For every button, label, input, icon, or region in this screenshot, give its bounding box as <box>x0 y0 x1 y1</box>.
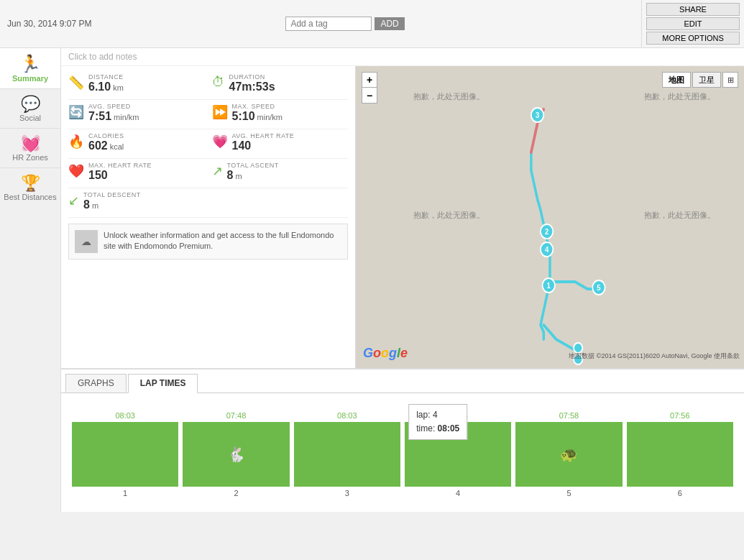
tooltip-lap-label: lap: <box>416 410 430 420</box>
distance-label: DISTANCE <box>88 73 124 81</box>
lap-time-label: 07:48 <box>226 411 247 420</box>
list-item: 07:58 🐢 5 <box>515 411 622 497</box>
map-notice-4: 抱歉，此处无图像。 <box>644 210 715 221</box>
lap-time-label: 07:56 <box>670 411 690 420</box>
svg-text:1: 1 <box>547 281 551 290</box>
sidebar-hr-label: HR Zones <box>12 153 48 162</box>
lap-time-label: 08:03 <box>115 411 135 420</box>
avg-hr-icon: 💗 <box>212 134 228 150</box>
avg-hr-value: 140 <box>232 139 252 152</box>
bottom-section: GRAPHS LAP TIMES lap: 4 time: 08:05 08:0… <box>61 368 744 512</box>
rabbit-icon: 🐇 <box>227 446 245 463</box>
total-ascent-unit: m <box>235 172 242 180</box>
tab-lap-times[interactable]: LAP TIMES <box>128 374 198 393</box>
avg-speed-stat: 🔄 AVG. SPEED 7:51 min/km <box>68 103 205 123</box>
max-hr-icon: ❤️ <box>68 163 84 179</box>
svg-text:5: 5 <box>597 283 601 292</box>
distance-stat: 📏 DISTANCE 6.10 km <box>68 73 205 93</box>
stats-panel: 📏 DISTANCE 6.10 km ⏱ DURATION <box>61 66 356 368</box>
social-icon: 💬 <box>21 95 40 114</box>
calories-value: 602 <box>88 139 108 152</box>
map-zoom-out-button[interactable]: − <box>362 88 377 104</box>
google-logo: Google <box>363 346 408 361</box>
tooltip-time-label: time: <box>416 423 435 433</box>
max-speed-icon: ⏩ <box>212 104 228 120</box>
distance-value: 6.10 <box>88 81 111 93</box>
share-button[interactable]: SHARE <box>646 3 740 16</box>
tag-input[interactable] <box>285 17 372 31</box>
duration-label: DURATION <box>229 73 275 81</box>
total-descent-value: 8 <box>83 198 90 211</box>
calories-icon: 🔥 <box>68 134 84 150</box>
max-speed-unit: min/km <box>257 113 283 121</box>
map-type-map-button[interactable]: 地图 <box>662 72 691 88</box>
lap-num: 4 <box>456 489 460 497</box>
list-item: 07:56 6 <box>627 411 733 497</box>
calories-stat: 🔥 CALORIES 602 kcal <box>68 132 205 152</box>
edit-button[interactable]: EDIT <box>646 17 740 30</box>
total-ascent-label: TOTAL ASCENT <box>227 162 279 169</box>
runner-icon: 🏃 <box>19 54 41 74</box>
calories-label: CALORIES <box>88 132 124 139</box>
avg-speed-label: AVG. SPEED <box>88 103 139 110</box>
max-speed-stat: ⏩ MAX. SPEED 5:10 min/km <box>212 103 349 123</box>
duration-value: 47m:53s <box>229 81 275 93</box>
ascent-icon: ↗ <box>212 163 223 179</box>
add-tag-button[interactable]: ADD <box>375 17 404 30</box>
avg-speed-icon: 🔄 <box>68 104 84 120</box>
duration-icon: ⏱ <box>212 75 225 90</box>
premium-box[interactable]: ☁ Unlock weather information and get acc… <box>68 224 348 260</box>
lap-time-label: 07:58 <box>559 411 579 420</box>
sidebar-best-label: Best Distances <box>4 193 56 201</box>
total-ascent-value: 8 <box>227 169 234 182</box>
turtle-icon: 🐢 <box>560 446 578 463</box>
map-notice-3: 抱歉，此处无图像。 <box>413 210 484 221</box>
notes-area[interactable]: Click to add notes <box>61 48 744 66</box>
list-item: 08:03 1 <box>72 411 178 497</box>
total-ascent-stat: ↗ TOTAL ASCENT 8 m <box>212 162 349 182</box>
distance-icon: 📏 <box>68 75 84 91</box>
descent-icon: ↙ <box>68 193 79 208</box>
sidebar-item-summary[interactable]: 🏃 Summary <box>0 48 60 89</box>
premium-icon: ☁ <box>75 230 98 253</box>
sidebar-summary-label: Summary <box>12 74 48 83</box>
total-descent-unit: m <box>92 201 98 210</box>
total-descent-label: TOTAL DESCENT <box>83 191 141 198</box>
sidebar: 🏃 Summary 💬 Social 💓 HR Zones 🏆 Best Dis… <box>0 48 61 512</box>
avg-speed-unit: min/km <box>114 113 139 121</box>
list-item: 07:48 🐇 2 <box>183 411 289 497</box>
sidebar-item-hr-zones[interactable]: 💓 HR Zones <box>0 129 60 168</box>
avg-hr-label: AVG. HEART RATE <box>232 132 295 139</box>
trophy-icon: 🏆 <box>21 174 40 193</box>
tab-graphs[interactable]: GRAPHS <box>65 374 127 393</box>
avg-hr-stat: 💗 AVG. HEART RATE 140 <box>212 132 349 152</box>
total-descent-stat: ↙ TOTAL DESCENT 8 m <box>68 191 205 211</box>
max-hr-value: 150 <box>88 169 108 181</box>
map-zoom-in-button[interactable]: + <box>362 72 377 88</box>
map-type-satellite-button[interactable]: 卫星 <box>692 72 721 88</box>
max-hr-label: MAX. HEART RATE <box>88 162 152 169</box>
lap-num: 2 <box>234 489 238 497</box>
map-attribution: 地图数据 ©2014 GS(2011)6020 AutoNavi, Google… <box>569 352 740 361</box>
lap-num: 3 <box>345 489 349 497</box>
lap-time-label: 08:03 <box>337 411 357 420</box>
svg-text:2: 2 <box>545 227 549 236</box>
avg-speed-value: 7:51 <box>88 110 111 123</box>
more-options-button[interactable]: MORE OPTIONS <box>646 32 740 45</box>
calories-unit: kcal <box>110 142 124 151</box>
notes-placeholder: Click to add notes <box>68 52 137 62</box>
max-speed-value: 5:10 <box>232 110 255 123</box>
lap-chart: lap: 4 time: 08:05 08:03 1 07:48 🐇 <box>61 393 744 512</box>
lap-num: 6 <box>678 489 682 497</box>
tooltip-lap-num: 4 <box>433 410 438 420</box>
sidebar-item-best-distances[interactable]: 🏆 Best Distances <box>0 168 60 207</box>
tab-graphs-label: GRAPHS <box>78 378 114 388</box>
premium-text: Unlock weather information and get acces… <box>104 230 341 253</box>
svg-text:3: 3 <box>536 111 540 119</box>
lap-num: 1 <box>123 489 127 497</box>
sidebar-social-label: Social <box>19 114 41 122</box>
tab-lap-times-label: LAP TIMES <box>140 378 186 388</box>
sidebar-item-social[interactable]: 💬 Social <box>0 89 60 129</box>
list-item: 08:03 3 <box>294 411 400 497</box>
max-speed-label: MAX. SPEED <box>232 103 283 110</box>
